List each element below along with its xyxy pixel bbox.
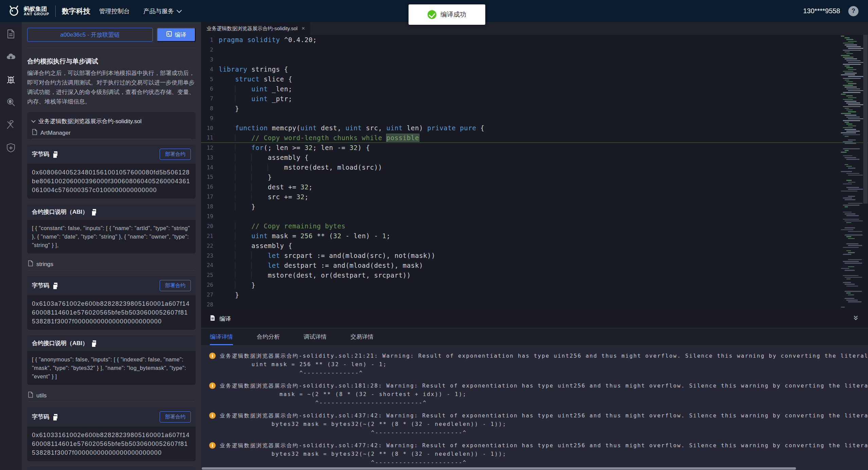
topbar-right: 130****9558 ? — [803, 6, 868, 16]
code-token: ** ( — [313, 232, 333, 240]
shield-plus-icon[interactable] — [6, 143, 16, 153]
code-token — [219, 262, 268, 269]
minimap-line — [848, 301, 862, 302]
bottom-tab-4[interactable]: 交易详情 — [350, 328, 374, 345]
minimap-line — [843, 92, 861, 93]
search-bug-icon[interactable] — [6, 97, 16, 107]
panel-section-description: 编译合约之后，可以部署合约到本地模拟器中执行，部署成功后，即可对合约方法调用测试… — [27, 69, 196, 107]
copy-icon[interactable] — [53, 414, 58, 420]
account-phone[interactable]: 130****9558 — [803, 7, 840, 15]
bytecode-card-header: 字节码部署合约 — [27, 276, 196, 295]
bottom-tab-3[interactable]: 调试详情 — [304, 328, 327, 345]
bytecode-value: 0x608060405234801561001057600080fd5b5061… — [27, 164, 196, 199]
code-token: // Copy word-length chunks while — [251, 134, 386, 142]
code-token: src, — [362, 124, 386, 132]
vertical-scrollbar-thumb[interactable] — [863, 35, 868, 204]
line-number: 25 — [201, 272, 219, 278]
help-icon[interactable]: ? — [848, 6, 858, 16]
code-token: dest, — [317, 124, 345, 132]
code-editor[interactable]: 1pragma solidity ^0.4.20;234library stri… — [201, 35, 868, 309]
indent-guide — [235, 252, 235, 259]
minimap-line — [846, 117, 860, 118]
cloud-upload-icon[interactable] — [6, 52, 16, 62]
line-number: 21 — [201, 233, 219, 239]
horizontal-scrollbar[interactable] — [201, 467, 868, 470]
minimap-line — [846, 173, 860, 174]
line-number: 14 — [201, 164, 219, 171]
minimap-line — [843, 43, 854, 44]
minimap-line — [848, 41, 857, 42]
minimap-line — [846, 81, 853, 82]
minimap-line — [846, 131, 860, 132]
abi-card-header: 合约接口说明（ABI） — [27, 204, 196, 220]
minimap-line — [845, 58, 857, 59]
success-check-icon — [428, 10, 436, 19]
tools-icon[interactable] — [6, 120, 16, 130]
code-row: 5 struct slice { — [201, 74, 868, 84]
minimap-line — [845, 136, 849, 137]
code-token: 256 — [301, 232, 313, 240]
chain-select-button[interactable]: a00e36c5 - 开放联盟链 — [27, 28, 153, 42]
code-row: 7 uint _ptr; — [201, 94, 868, 104]
minimap-line — [848, 245, 862, 246]
contract-item-strings[interactable]: strings — [28, 258, 195, 270]
vertical-scrollbar[interactable] — [863, 35, 868, 309]
warning-item: i业务逻辑数据浏览器展示合约-solidity.sol:21:21: Warni… — [209, 352, 868, 377]
code-token: ^0.4.20; — [284, 36, 317, 43]
collapse-double-chevron-icon[interactable] — [852, 315, 859, 323]
minimap-line — [845, 164, 848, 165]
abi-card: 合约接口说明（ABI） — [27, 467, 196, 470]
minimap-line — [843, 282, 851, 283]
indent-guide — [235, 154, 235, 161]
minimap-line — [843, 141, 853, 142]
minimap-line — [845, 44, 857, 45]
code-token: pragma solidity — [219, 36, 284, 43]
code-token — [219, 75, 235, 83]
deploy-contract-button[interactable]: 部署合约 — [160, 411, 191, 422]
copy-icon[interactable] — [91, 340, 96, 346]
copy-icon[interactable] — [53, 151, 58, 157]
code-row: 13 assembly { — [201, 153, 868, 163]
minimap-line — [846, 102, 860, 104]
minimap-line — [845, 270, 855, 271]
minimap-line — [846, 279, 851, 280]
tree-file-row[interactable]: 业务逻辑数据浏览器展示合约-solidity.sol — [32, 115, 191, 127]
terminal-icon — [166, 31, 172, 38]
line-number: 15 — [201, 174, 219, 180]
warning-item: i业务逻辑数据浏览器展示合约-solidity.sol:437:42: Warn… — [209, 412, 868, 437]
copy-icon[interactable] — [91, 209, 96, 215]
minimap-line — [845, 206, 848, 207]
horizontal-scrollbar-thumb[interactable] — [202, 467, 796, 470]
bug-debug-icon[interactable] — [6, 74, 16, 84]
bottom-tab-2[interactable]: 合约分析 — [257, 328, 280, 345]
minimap[interactable] — [841, 36, 862, 309]
copy-icon[interactable] — [53, 283, 58, 288]
code-token: 32 — [349, 144, 358, 151]
brand: 蚂蚁集团 ANT GROUP — [0, 4, 49, 18]
line-number: 11 — [201, 134, 219, 141]
code-row: 11 // Copy word-length chunks while poss… — [201, 133, 868, 143]
code-line: mstore(dest, mload(src)) — [219, 164, 382, 171]
bytecode-card: 字节码部署合约0x61033161002e600b828282398051600… — [27, 407, 196, 461]
indent-guide — [251, 164, 252, 171]
code-token: library — [219, 65, 251, 73]
line-number: 20 — [201, 223, 219, 229]
file-icon[interactable] — [6, 29, 16, 39]
code-line: mstore(dest, or(destpart, srcpart)) — [219, 271, 411, 279]
bytecode-card: 字节码部署合约0x608060405234801561001057600080f… — [27, 145, 196, 199]
close-icon[interactable]: × — [302, 25, 305, 32]
compile-warnings: i业务逻辑数据浏览器展示合约-solidity.sol:21:21: Warni… — [201, 345, 868, 470]
compile-button[interactable]: 编译 — [157, 28, 196, 42]
editor-tab-active[interactable]: 业务逻辑数据浏览器展示合约-solidity.sol × — [201, 22, 310, 35]
deploy-contract-button[interactable]: 部署合约 — [160, 280, 191, 291]
indent-guide — [235, 134, 235, 142]
indent-guide — [235, 271, 235, 279]
nav-console[interactable]: 管理控制台 — [99, 7, 130, 15]
code-line: library strings { — [219, 65, 288, 73]
contract-item-utils[interactable]: utils — [28, 390, 195, 402]
code-token: mstore(dest, mload(src)) — [219, 164, 382, 171]
contract-item-ArtManager[interactable]: ArtManager — [32, 127, 191, 139]
bottom-tab-1[interactable]: 编译详情 — [210, 328, 233, 345]
deploy-contract-button[interactable]: 部署合约 — [160, 149, 191, 160]
nav-products[interactable]: 产品与服务 — [143, 7, 180, 15]
